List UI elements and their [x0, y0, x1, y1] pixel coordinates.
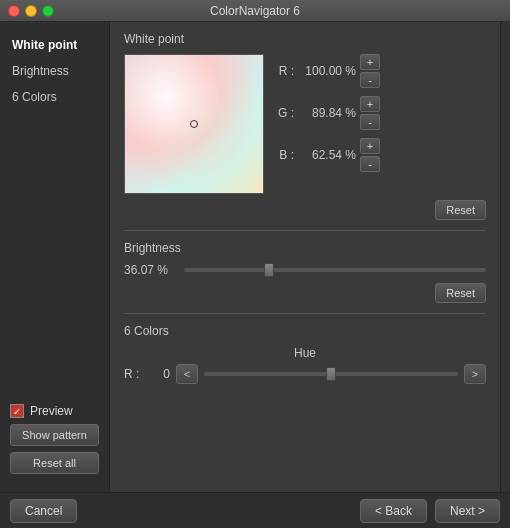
brightness-value: 36.07 % — [124, 263, 176, 277]
preview-row: ✓ Preview — [10, 404, 99, 418]
next-button[interactable]: Next > — [435, 499, 500, 523]
preview-label: Preview — [30, 404, 73, 418]
brightness-slider-track[interactable] — [184, 268, 486, 272]
r-channel: R : 100.00 % + - — [276, 54, 380, 88]
brightness-slider-thumb[interactable] — [264, 263, 274, 277]
preview-checkbox[interactable]: ✓ — [10, 404, 24, 418]
sidebar-item-white-point[interactable]: White point — [0, 32, 109, 58]
brightness-title: Brightness — [124, 241, 486, 255]
hue-slider-track[interactable] — [204, 372, 458, 376]
hue-r-label: R : — [124, 367, 144, 381]
color-crosshair — [190, 120, 198, 128]
minimize-button[interactable] — [25, 5, 37, 17]
g-plus-button[interactable]: + — [360, 96, 380, 112]
cancel-button[interactable]: Cancel — [10, 499, 77, 523]
b-value: 62.54 % — [298, 148, 356, 162]
reset-all-button[interactable]: Reset all — [10, 452, 99, 474]
color-square[interactable] — [124, 54, 264, 194]
r-minus-button[interactable]: - — [360, 72, 380, 88]
divider-1 — [124, 230, 486, 231]
wp-reset-row: Reset — [124, 200, 486, 220]
r-plus-button[interactable]: + — [360, 54, 380, 70]
back-button[interactable]: < Back — [360, 499, 427, 523]
content-area: White point R : 100.00 % + - G : — [110, 22, 500, 492]
b-plusminus: + - — [360, 138, 380, 172]
b-channel: B : 62.54 % + - — [276, 138, 380, 172]
r-plusminus: + - — [360, 54, 380, 88]
title-bar: ColorNavigator 6 — [0, 0, 510, 22]
b-plus-button[interactable]: + — [360, 138, 380, 154]
white-point-reset-button[interactable]: Reset — [435, 200, 486, 220]
b-label: B : — [276, 148, 294, 162]
sidebar: White point Brightness 6 Colors ✓ Previe… — [0, 22, 110, 492]
window-title: ColorNavigator 6 — [210, 4, 300, 18]
close-button[interactable] — [8, 5, 20, 17]
main-layout: White point Brightness 6 Colors ✓ Previe… — [0, 22, 510, 492]
hue-right-arrow-button[interactable]: > — [464, 364, 486, 384]
bottom-bar: Cancel < Back Next > — [0, 492, 510, 528]
scrollbar[interactable] — [500, 22, 510, 492]
b-minus-button[interactable]: - — [360, 156, 380, 172]
white-point-title: White point — [124, 32, 486, 46]
hue-row: R : 0 < > — [124, 364, 486, 384]
g-value: 89.84 % — [298, 106, 356, 120]
sidebar-bottom: ✓ Preview Show pattern Reset all — [0, 396, 109, 482]
color-controls: R : 100.00 % + - G : 89.84 % + - — [276, 54, 380, 172]
six-colors-section: 6 Colors Hue R : 0 < > — [124, 324, 486, 384]
six-colors-title: 6 Colors — [124, 324, 486, 338]
hue-r-value: 0 — [150, 367, 170, 381]
divider-2 — [124, 313, 486, 314]
sidebar-item-brightness[interactable]: Brightness — [0, 58, 109, 84]
r-label: R : — [276, 64, 294, 78]
window-controls[interactable] — [8, 5, 54, 17]
r-value: 100.00 % — [298, 64, 356, 78]
brightness-row: 36.07 % — [124, 263, 486, 277]
maximize-button[interactable] — [42, 5, 54, 17]
brightness-reset-row: Reset — [124, 283, 486, 303]
hue-label: Hue — [124, 346, 486, 360]
g-minus-button[interactable]: - — [360, 114, 380, 130]
show-pattern-button[interactable]: Show pattern — [10, 424, 99, 446]
hue-left-arrow-button[interactable]: < — [176, 364, 198, 384]
hue-slider-thumb[interactable] — [326, 367, 336, 381]
g-channel: G : 89.84 % + - — [276, 96, 380, 130]
brightness-section: Brightness 36.07 % Reset — [124, 241, 486, 303]
color-picker-area: R : 100.00 % + - G : 89.84 % + - — [124, 54, 486, 194]
sidebar-item-6colors[interactable]: 6 Colors — [0, 84, 109, 110]
brightness-reset-button[interactable]: Reset — [435, 283, 486, 303]
g-plusminus: + - — [360, 96, 380, 130]
g-label: G : — [276, 106, 294, 120]
